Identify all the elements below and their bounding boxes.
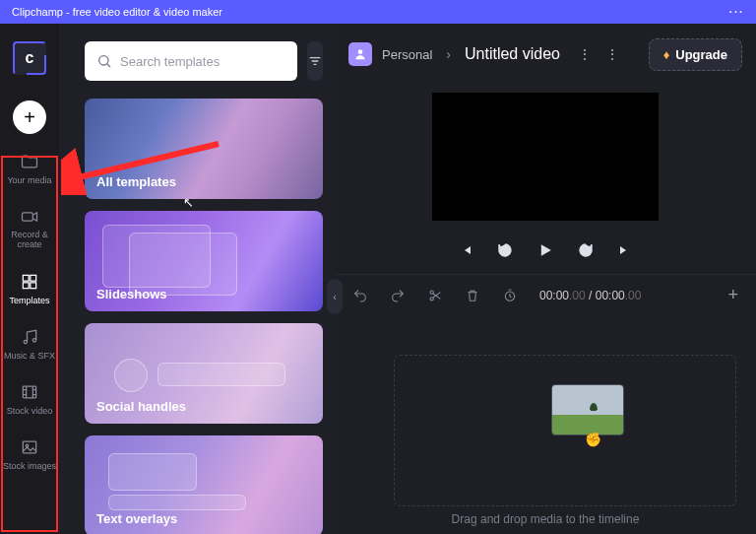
templates-icon — [20, 272, 39, 292]
timecode-display: 00:00.00 / 00:00.00 — [539, 289, 641, 302]
play-button[interactable] — [536, 240, 555, 260]
search-icon — [96, 53, 112, 69]
timeline-toolbar: 00:00.00 / 00:00.00 + — [335, 274, 756, 315]
sidebar-item-label: Templates — [9, 296, 49, 305]
window-menu-icon[interactable]: ··· — [729, 6, 744, 18]
svg-rect-1 — [23, 275, 29, 281]
sidebar-item-your-media[interactable]: Your media — [0, 152, 59, 185]
sidebar-item-music-sfx[interactable]: Music & SFX — [0, 327, 59, 361]
film-icon — [20, 382, 39, 402]
sidebar-item-label: Stock images — [3, 461, 56, 471]
undo-button[interactable] — [352, 288, 368, 303]
svg-rect-8 — [23, 441, 35, 453]
left-sidebar: c + Your media Record & create Templates… — [0, 24, 59, 534]
timer-icon[interactable] — [502, 288, 518, 303]
editor-area: ‹ Personal › Untitled video ⋮ ⋮ ♦ Upgrad… — [335, 24, 756, 534]
search-box[interactable] — [85, 41, 297, 81]
svg-rect-2 — [31, 275, 36, 281]
svg-point-10 — [99, 56, 108, 65]
upgrade-label: Upgrade — [675, 47, 727, 62]
sidebar-item-label: Record & create — [0, 231, 59, 250]
media-thumbnail[interactable] — [551, 384, 624, 435]
delete-button[interactable] — [465, 288, 480, 303]
svg-rect-4 — [31, 283, 36, 289]
sidebar-item-record-create[interactable]: Record & create — [0, 207, 59, 250]
svg-point-5 — [24, 340, 27, 343]
svg-point-13 — [430, 291, 433, 294]
sidebar-item-label: Music & SFX — [4, 351, 55, 361]
template-card-label: Text overlays — [96, 511, 177, 526]
template-card-label: Social handles — [96, 399, 186, 414]
video-title[interactable]: Untitled video — [465, 45, 560, 63]
svg-point-11 — [358, 49, 363, 54]
workspace-avatar[interactable] — [348, 42, 372, 66]
sidebar-item-stock-video[interactable]: Stock video — [0, 382, 59, 416]
sidebar-item-label: Your media — [7, 175, 51, 185]
forward-5-button[interactable] — [577, 240, 595, 260]
diamond-icon: ♦ — [663, 47, 670, 62]
sidebar-item-templates[interactable]: Templates — [0, 272, 59, 305]
chevron-right-icon: › — [446, 46, 451, 62]
music-icon — [20, 327, 39, 347]
share-button[interactable]: ⋮ — [605, 46, 619, 62]
svg-rect-3 — [23, 283, 29, 289]
sidebar-item-stock-images[interactable]: Stock images — [0, 437, 59, 471]
cut-button[interactable] — [427, 288, 443, 303]
filter-icon — [307, 53, 323, 69]
workspace-name[interactable]: Personal — [382, 47, 432, 62]
template-card-slideshows[interactable]: Slideshows — [85, 211, 323, 311]
image-icon — [20, 437, 39, 457]
player-controls — [335, 233, 756, 274]
add-track-button[interactable]: + — [727, 285, 738, 305]
template-card-label: Slideshows — [96, 287, 167, 301]
svg-rect-0 — [23, 213, 33, 221]
camera-icon — [20, 207, 39, 227]
rewind-5-button[interactable] — [496, 240, 514, 260]
search-input[interactable] — [120, 54, 285, 69]
template-card-all-templates[interactable]: All templates — [85, 99, 323, 199]
upgrade-button[interactable]: ♦ Upgrade — [649, 38, 742, 71]
editor-top-bar: Personal › Untitled video ⋮ ⋮ ♦ Upgrade — [335, 24, 756, 85]
collapse-panel-toggle[interactable]: ‹ — [327, 279, 343, 314]
skip-start-button[interactable] — [459, 240, 474, 260]
add-button[interactable]: + — [13, 100, 46, 134]
filter-button[interactable] — [307, 41, 323, 81]
timeline-area[interactable]: ✊ Drag and drop media to the timeline — [335, 315, 756, 534]
redo-button[interactable] — [390, 288, 406, 303]
template-card-text-overlays[interactable]: Text overlays — [85, 435, 323, 534]
window-title: Clipchamp - free video editor & video ma… — [12, 6, 222, 18]
svg-rect-7 — [23, 386, 35, 398]
skip-end-button[interactable] — [616, 240, 632, 260]
app-logo[interactable]: c — [13, 41, 46, 75]
template-card-label: All templates — [96, 174, 176, 189]
video-options-button[interactable]: ⋮ — [578, 46, 592, 62]
video-preview[interactable] — [432, 93, 659, 221]
timeline-hint: Drag and drop media to the timeline — [335, 512, 756, 526]
folder-icon — [20, 152, 39, 171]
svg-point-6 — [32, 338, 35, 341]
template-card-social-handles[interactable]: Social handles — [85, 323, 323, 424]
svg-point-12 — [430, 297, 433, 300]
templates-panel: All templates Slideshows Social handles … — [59, 24, 335, 534]
sidebar-item-label: Stock video — [7, 406, 53, 416]
window-title-bar: Clipchamp - free video editor & video ma… — [0, 0, 756, 24]
